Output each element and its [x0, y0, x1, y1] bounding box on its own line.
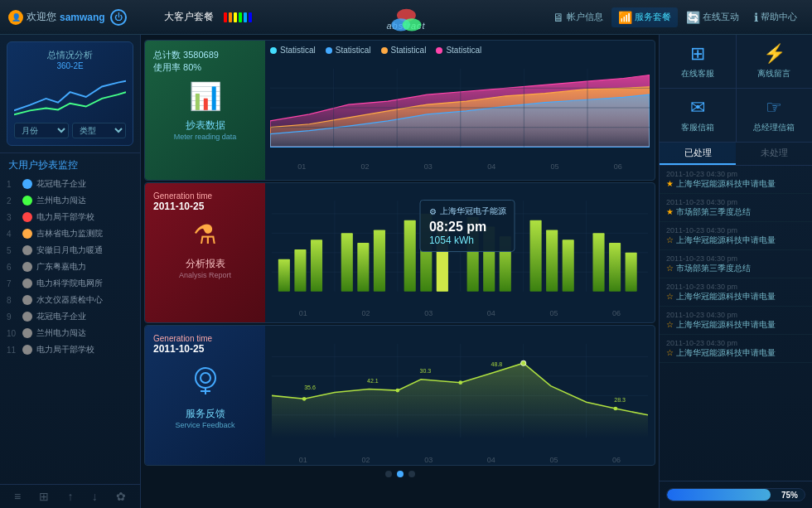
service-icon: 📶 [618, 11, 632, 24]
gen-time-label-mid: Generation time [153, 191, 257, 201]
grid-icon[interactable]: ⊞ [39, 490, 49, 503]
chart-legend: StatisticalStatisticalStatisticalStatist… [270, 46, 650, 55]
notification-list: 2011-10-23 04:30 pm ★ 上海华冠能源科技申请电量 2011-… [660, 166, 812, 481]
notif-date: 2011-10-23 04:30 pm [666, 339, 805, 347]
sidebar-list-item[interactable]: 3 电力局干部学校 [0, 209, 140, 225]
list-item-name: 安徽日月电力暖通 [36, 244, 103, 256]
mid-chart-panel: Generation time 2011-10-25 ⚗ 分析报表 Analys… [144, 182, 655, 323]
nav-interact[interactable]: 🔄 在线互动 [679, 7, 746, 27]
nav-account[interactable]: 🖥 帐户信息 [546, 7, 610, 27]
sidebar-list-item[interactable]: 2 兰州电力闯达 [0, 192, 140, 209]
list-item-name: 电力局干部学校 [36, 344, 94, 356]
help-icon: ℹ [754, 11, 758, 24]
progress-bar-area: 75% [660, 481, 812, 508]
notification-item[interactable]: 2011-10-23 04:30 pm ☆ 市场部第三季度总结 [660, 250, 812, 278]
legend-dot [436, 47, 442, 54]
svg-point-62 [396, 389, 400, 393]
x-axis-label: 03 [424, 162, 433, 171]
notif-text: 市场部第三季度总结 [676, 206, 751, 217]
line-chart-svg: 35.6 42.1 30.3 48.8 28.3 [272, 331, 648, 451]
notification-item[interactable]: 2011-10-23 04:30 pm ☆ 上海华冠能源科技申请电量 [660, 278, 812, 307]
nav-menu-package[interactable]: 大客户套餐 [157, 7, 220, 27]
notification-item[interactable]: 2011-10-23 04:30 pm ☆ 上海华冠能源科技申请电量 [660, 335, 812, 363]
nav-service[interactable]: 📶 服务套餐 [611, 7, 678, 27]
pagination-dot[interactable] [408, 471, 415, 477]
star-icon: ☆ [666, 235, 674, 244]
top-chart-panel: 总计数 3580689 使用率 80% 📊 抄表数据 Meter reading… [144, 40, 655, 181]
type-select[interactable]: 类型 [72, 123, 127, 138]
meter-icon: 📊 [153, 80, 257, 112]
flask-icon: ⚗ [153, 219, 257, 250]
list-dot [22, 295, 32, 305]
legend-label: Statistical [280, 46, 316, 55]
tooltip-time: 08:25 pm [429, 220, 506, 235]
user-avatar: 👤 [8, 10, 23, 25]
svg-rect-29 [404, 220, 416, 292]
svg-rect-23 [278, 259, 290, 292]
color-bars [224, 12, 252, 22]
welcome-text: 欢迎您 [27, 10, 56, 24]
sidebar-list-item[interactable]: 6 广东粤嘉电力 [0, 259, 140, 275]
down-icon[interactable]: ↓ [92, 490, 98, 503]
summary-title: 总情况分析 [14, 49, 126, 61]
pagination-dot[interactable] [385, 471, 392, 477]
list-icon[interactable]: ≡ [14, 490, 21, 503]
list-item-name: 水文仪器质检中心 [36, 294, 103, 306]
month-select[interactable]: 月份 [14, 123, 69, 138]
pagination-dot[interactable] [397, 471, 404, 477]
sidebar-section-title: 大用户抄表监控 [0, 152, 140, 176]
quick-icon-item[interactable]: ⊞ 在线客服 [660, 35, 736, 88]
notif-text: 上海华冠能源科技申请电量 [676, 291, 776, 302]
nav-right: 🖥 帐户信息 📶 服务套餐 🔄 在线互动 ℹ 帮助中心 [546, 7, 812, 27]
notif-title-row: ☆ 上海华冠能源科技申请电量 [666, 347, 805, 358]
quick-icon-symbol: ⊞ [690, 43, 705, 65]
interact-icon: 🔄 [686, 11, 700, 24]
svg-point-65 [614, 407, 618, 411]
quick-icon-item[interactable]: ⚡ 离线留言 [737, 35, 813, 88]
nav-service-label: 服务套餐 [635, 11, 671, 23]
svg-rect-40 [626, 253, 637, 292]
up-icon[interactable]: ↑ [68, 490, 74, 503]
quick-icon-item[interactable]: ☞ 总经理信箱 [737, 89, 813, 142]
notification-item[interactable]: 2011-10-23 04:30 pm ☆ 上海华冠能源科技申请电量 [660, 307, 812, 335]
notification-item[interactable]: 2011-10-23 04:30 pm ★ 市场部第三季度总结 [660, 194, 812, 222]
settings-icon[interactable]: ✿ [116, 490, 126, 503]
svg-point-43 [201, 373, 210, 383]
power-button[interactable]: ⏻ [110, 9, 127, 26]
list-number: 8 [7, 296, 18, 305]
x-labels-top: 010203040506 [270, 162, 650, 171]
sidebar-list-item[interactable]: 9 花冠电子企业 [0, 308, 140, 325]
mid-chart-info: Generation time 2011-10-25 ⚗ 分析报表 Analys… [145, 183, 265, 322]
sidebar-list-item[interactable]: 4 吉林省电力监测院 [0, 225, 140, 242]
sidebar-list-item[interactable]: 10 兰州电力闯达 [0, 325, 140, 341]
x-axis-label: 01 [299, 309, 307, 317]
notification-item[interactable]: 2011-10-23 04:30 pm ★ 上海华冠能源科技申请电量 [660, 166, 812, 194]
usage-label: 使用率 80% [153, 61, 257, 74]
quick-icon-label: 离线留言 [757, 68, 790, 80]
sidebar-list-item[interactable]: 5 安徽日月电力暖通 [0, 242, 140, 259]
progress-bar-background: 75% [666, 488, 805, 501]
quick-icon-label: 客服信箱 [681, 122, 714, 133]
list-number: 4 [7, 230, 18, 239]
svg-rect-28 [374, 230, 385, 291]
sidebar-list-item[interactable]: 11 电力局干部学校 [0, 341, 140, 358]
x-axis-label: 02 [361, 309, 370, 317]
sidebar-list-item[interactable]: 8 水文仪器质检中心 [0, 292, 140, 308]
notification-tab[interactable]: 已处理 [660, 143, 736, 165]
list-item-name: 兰州电力闯达 [36, 327, 86, 339]
top-chart-info: 总计数 3580689 使用率 80% 📊 抄表数据 Meter reading… [145, 41, 265, 180]
line-chart-area: 35.6 42.1 30.3 48.8 28.3 010203040506 [265, 326, 655, 465]
notification-item[interactable]: 2011-10-23 04:30 pm ☆ 上海华冠能源科技申请电量 [660, 222, 812, 250]
svg-point-2 [402, 18, 421, 31]
feedback-icon [153, 363, 257, 402]
notification-tab[interactable]: 未处理 [736, 143, 812, 165]
tooltip-value: 1054 kWh [429, 235, 506, 246]
quick-icons-grid: ⊞ 在线客服 ⚡ 离线留言 ✉ 客服信箱 ☞ 总经理信箱 [660, 35, 812, 143]
svg-point-64 [521, 360, 526, 365]
quick-icon-item[interactable]: ✉ 客服信箱 [660, 89, 736, 142]
x-axis-label: 04 [487, 456, 495, 464]
progress-bar-fill [667, 489, 771, 501]
nav-help[interactable]: ℹ 帮助中心 [747, 7, 804, 27]
sidebar-list-item[interactable]: 7 电力科学院电网所 [0, 275, 140, 292]
sidebar-list-item[interactable]: 1 花冠电子企业 [0, 176, 140, 192]
